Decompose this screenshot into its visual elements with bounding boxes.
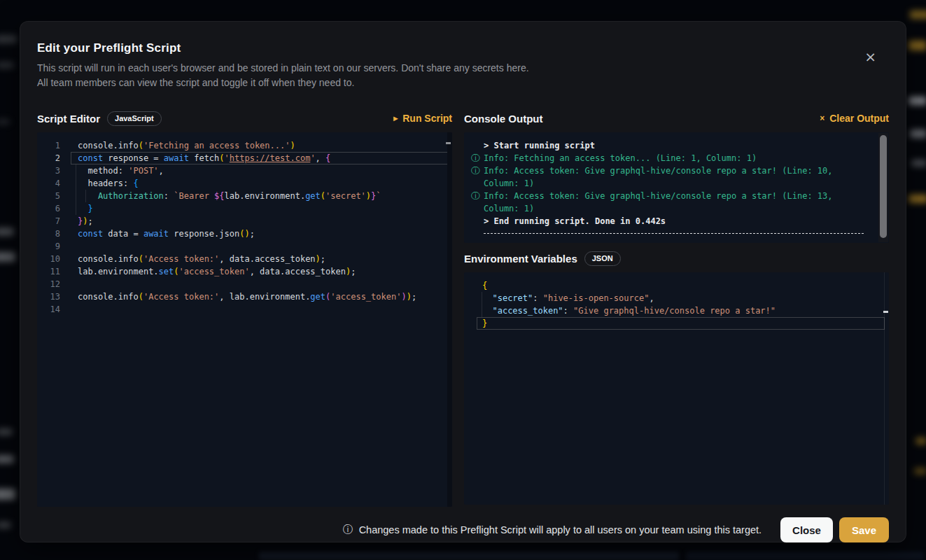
env-editor-scroll-track — [884, 272, 885, 505]
code-token: ( — [139, 141, 143, 150]
code-token — [482, 306, 492, 316]
console-line: ⓘInfo: Fetching an access token... (Line… — [471, 152, 881, 164]
clear-output-label: Clear Output — [829, 113, 889, 124]
code-token: 'Fetching an access token...' — [143, 141, 290, 150]
script-editor-code[interactable]: 1console.info('Fetching an access token.… — [37, 132, 452, 507]
clear-icon: × — [820, 114, 825, 122]
environment-variables-title: Environment Variables — [464, 253, 577, 265]
close-icon[interactable]: × — [864, 50, 876, 64]
code-token: "secret" — [492, 293, 533, 303]
script-editor-scrollbar[interactable] — [447, 132, 452, 507]
code-line: 14 — [37, 303, 448, 316]
code-token: response = — [103, 153, 164, 163]
code-token: await — [143, 229, 169, 239]
overview-ruler-mark — [446, 142, 451, 144]
play-icon: ▸ — [393, 114, 398, 122]
line-number: 5 — [37, 190, 71, 202]
clear-output-button[interactable]: × Clear Output — [820, 113, 889, 124]
close-button[interactable]: Close — [780, 517, 833, 542]
code-token: ) — [316, 254, 321, 264]
script-editor-title: Script Editor — [37, 113, 100, 125]
code-token: fetch — [189, 153, 219, 163]
code-token — [78, 204, 87, 214]
code-token: "access_token" — [492, 306, 563, 316]
line-number: 9 — [37, 240, 71, 253]
run-script-button[interactable]: ▸ Run Script — [393, 113, 452, 124]
code-line: 1console.info('Fetching an access token.… — [37, 139, 448, 152]
line-number: 3 — [37, 164, 71, 177]
code-token: 'Access token:' — [143, 292, 219, 302]
right-column: Console Output × Clear Output > Start ru… — [464, 110, 889, 507]
line-number: 11 — [37, 265, 71, 278]
code-token: data = — [103, 229, 143, 239]
console-line: > End running script. Done in 0.442s — [471, 215, 881, 227]
code-token: ${ — [214, 191, 224, 201]
console-scrollbar-thumb[interactable] — [880, 135, 887, 238]
code-token: set — [159, 267, 174, 276]
console-separator — [484, 233, 864, 234]
code-line: 7}); — [37, 215, 448, 227]
console-output-panel: > Start running scriptⓘInfo: Fetching an… — [464, 132, 889, 243]
code-token — [482, 293, 492, 303]
indent-guide — [482, 304, 482, 317]
environment-variables-editor[interactable]: { "secret": "hive-is-open-source", "acce… — [464, 272, 889, 505]
code-token: ; — [87, 216, 92, 226]
code-token: Authorization — [78, 191, 164, 201]
code-token: , — [159, 166, 164, 176]
code-token: get — [305, 191, 321, 201]
console-line: ⓘInfo: Access token: Give graphql-hive/c… — [471, 164, 881, 190]
code-token: ' — [310, 153, 315, 163]
line-number: 13 — [37, 290, 71, 303]
overview-ruler-mark — [883, 311, 888, 313]
code-token: , — [649, 293, 654, 303]
info-icon: ⓘ — [471, 152, 484, 164]
modal-title: Edit your Preflight Script — [20, 22, 906, 55]
code-token: ( — [174, 267, 178, 276]
indent-guide — [76, 202, 76, 215]
console-scrollbar[interactable] — [878, 133, 888, 242]
indent-guide — [76, 177, 76, 190]
code-line: { — [477, 279, 885, 292]
code-token: ( — [219, 153, 224, 163]
line-number: 2 — [37, 152, 71, 164]
code-line: 8const data = await response.json(); — [37, 227, 448, 240]
code-token: 'access_token' — [179, 267, 250, 276]
code-token: ; — [412, 292, 416, 302]
code-line: 6 } — [37, 202, 448, 215]
code-token: response.json — [169, 229, 239, 239]
code-token: 'access_token' — [330, 292, 401, 302]
code-token: , lab.environment. — [219, 292, 310, 302]
code-token: get — [310, 292, 325, 302]
env-code-lines: { "secret": "hive-is-open-source", "acce… — [464, 279, 889, 330]
code-token: headers: — [78, 178, 133, 188]
console-line-text: > End running script. Done in 0.442s — [484, 215, 881, 227]
code-line: "secret": "hive-is-open-source", — [477, 292, 885, 304]
modal-description: This script will run in each user's brow… — [20, 55, 906, 90]
code-token: console.info — [78, 254, 139, 264]
code-token: lab.environment. — [78, 267, 159, 276]
info-icon: ⓘ — [471, 164, 484, 190]
line-number: 14 — [37, 303, 71, 316]
language-badge: JavaScript — [107, 111, 162, 126]
code-token: , data.access_token — [250, 267, 346, 276]
code-token: : — [164, 191, 174, 201]
info-icon: ⓘ — [343, 524, 353, 536]
code-token: ( — [139, 292, 143, 302]
code-line: 12 — [37, 278, 448, 290]
code-token: ) — [244, 229, 249, 239]
indent-guide — [85, 190, 86, 202]
console-line: > Start running script — [471, 139, 881, 152]
code-token: method: — [78, 166, 128, 176]
code-token: { — [325, 153, 330, 163]
line-number: 7 — [37, 215, 71, 227]
console-line: ⓘInfo: Access token: Give graphql-hive/c… — [471, 190, 881, 215]
code-token: https://test.com — [230, 153, 311, 163]
code-token: 'secret' — [325, 191, 366, 201]
console-icon-spacer — [471, 139, 484, 152]
code-token: const — [78, 153, 103, 163]
save-button[interactable]: Save — [839, 517, 889, 542]
indent-guide — [76, 190, 76, 202]
modal-description-line1: This script will run in each user's brow… — [37, 61, 889, 76]
json-badge: JSON — [584, 251, 621, 266]
line-number: 8 — [37, 227, 71, 240]
